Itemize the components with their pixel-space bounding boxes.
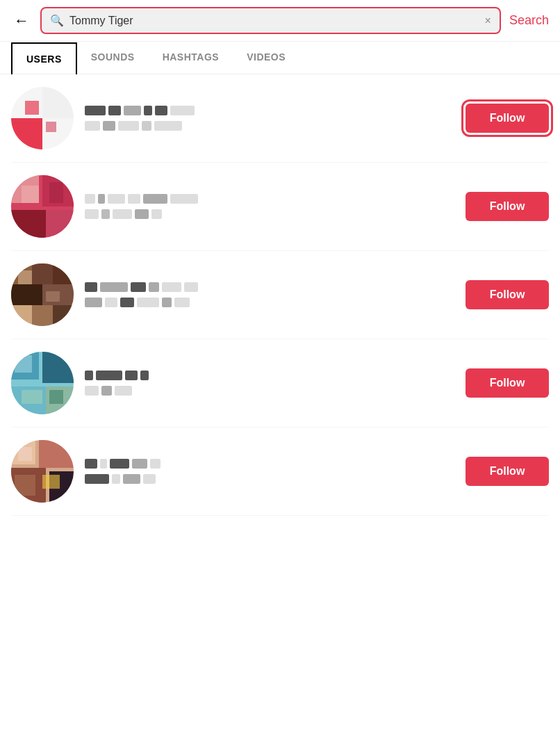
username-display xyxy=(85,194,454,219)
svg-rect-5 xyxy=(46,122,56,132)
user-info xyxy=(85,371,454,396)
svg-rect-38 xyxy=(42,475,60,489)
svg-rect-22 xyxy=(18,270,32,284)
header: ← 🔍 × Search xyxy=(0,0,560,42)
svg-rect-15 xyxy=(32,263,53,284)
tab-sounds[interactable]: SOUNDS xyxy=(77,42,149,74)
user-list: Follow xyxy=(0,74,560,516)
svg-rect-1 xyxy=(42,87,74,118)
avatar xyxy=(11,87,74,149)
username-display xyxy=(85,371,454,396)
follow-button-1[interactable]: Follow xyxy=(466,104,549,133)
user-info xyxy=(85,194,454,219)
svg-rect-37 xyxy=(18,447,32,461)
svg-rect-12 xyxy=(49,182,63,203)
avatar xyxy=(11,440,74,503)
svg-rect-2 xyxy=(11,118,42,149)
tab-users[interactable]: USERS xyxy=(11,42,77,74)
svg-rect-19 xyxy=(11,305,32,326)
search-button[interactable]: Search xyxy=(509,13,549,28)
svg-rect-17 xyxy=(11,284,42,305)
search-icon: 🔍 xyxy=(50,14,64,27)
svg-rect-39 xyxy=(15,475,35,496)
svg-rect-34 xyxy=(39,440,74,468)
list-item: Follow xyxy=(11,74,549,163)
svg-rect-4 xyxy=(25,101,39,115)
svg-rect-21 xyxy=(53,305,74,326)
list-item: Follow xyxy=(11,339,549,428)
svg-rect-26 xyxy=(42,352,74,383)
svg-rect-29 xyxy=(22,390,42,404)
svg-rect-11 xyxy=(22,186,39,203)
search-input[interactable] xyxy=(69,15,479,27)
avatar xyxy=(11,352,74,414)
follow-button-4[interactable]: Follow xyxy=(466,368,549,398)
follow-button-2[interactable]: Follow xyxy=(466,192,549,221)
svg-rect-9 xyxy=(11,210,46,238)
clear-button[interactable]: × xyxy=(485,15,491,27)
tabs-bar: USERS SOUNDS HASHTAGS VIDEOS xyxy=(0,42,560,74)
search-box: 🔍 × xyxy=(40,7,501,34)
avatar xyxy=(11,175,74,238)
back-button[interactable]: ← xyxy=(11,9,32,33)
tab-hashtags[interactable]: HASHTAGS xyxy=(149,42,233,74)
user-info xyxy=(85,106,454,131)
svg-rect-31 xyxy=(49,390,63,404)
user-info xyxy=(85,459,454,484)
svg-rect-20 xyxy=(32,305,53,326)
svg-rect-30 xyxy=(15,355,32,373)
follow-button-3[interactable]: Follow xyxy=(466,280,549,309)
list-item: Follow xyxy=(11,163,549,251)
avatar xyxy=(11,263,74,326)
username-display xyxy=(85,459,454,484)
list-item: Follow xyxy=(11,251,549,339)
svg-rect-16 xyxy=(53,263,74,284)
user-info xyxy=(85,282,454,307)
follow-button-5[interactable]: Follow xyxy=(466,457,549,486)
svg-rect-23 xyxy=(46,291,60,302)
username-display xyxy=(85,106,454,131)
tab-videos[interactable]: VIDEOS xyxy=(233,42,299,74)
username-display xyxy=(85,282,454,307)
list-item: Follow xyxy=(11,428,549,516)
svg-rect-10 xyxy=(46,210,74,238)
